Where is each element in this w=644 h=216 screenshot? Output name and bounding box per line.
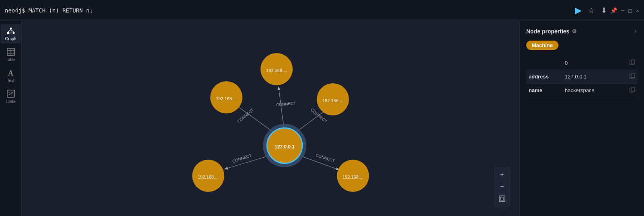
window-controls: 📌 ─ □ ✕ bbox=[610, 7, 639, 14]
svg-rect-42 bbox=[500, 197, 504, 200]
svg-point-2 bbox=[12, 32, 14, 34]
node-center[interactable]: 127.0.0.1 bbox=[265, 125, 305, 166]
sidebar-label-code: Code bbox=[6, 99, 16, 104]
download-button[interactable]: ⬇ bbox=[601, 6, 607, 15]
sidebar-item-code[interactable]: Code bbox=[1, 87, 21, 106]
sidebar-item-table[interactable]: Table bbox=[1, 45, 21, 64]
graph-area[interactable]: CONNECT CONNECT CONNECT CONNECT CONNECT … bbox=[22, 21, 519, 216]
prop-key bbox=[526, 56, 562, 70]
zoom-controls: + − bbox=[494, 167, 510, 206]
node-n1[interactable]: 192.168.... bbox=[210, 81, 242, 113]
zoom-out-button[interactable]: − bbox=[497, 182, 507, 191]
svg-text:CONNECT: CONNECT bbox=[236, 107, 254, 123]
table-row: address 127.0.0.1 bbox=[526, 70, 638, 84]
graph-icon bbox=[6, 27, 15, 35]
sidebar-item-text[interactable]: A Text bbox=[1, 66, 21, 85]
svg-text:CONNECT: CONNECT bbox=[315, 153, 335, 163]
svg-line-3 bbox=[8, 30, 11, 32]
svg-line-19 bbox=[279, 87, 284, 128]
node-type-badge: Machine bbox=[526, 41, 558, 50]
maximize-icon[interactable]: □ bbox=[628, 7, 632, 14]
panel-header: Node properties ⚙ › bbox=[526, 27, 638, 35]
svg-rect-48 bbox=[631, 87, 635, 91]
zoom-in-button[interactable]: + bbox=[497, 170, 507, 179]
sidebar-label-text: Text bbox=[7, 78, 14, 83]
properties-table: 0 address 127.0.0.1 name hackerspace bbox=[526, 56, 638, 97]
svg-text:A: A bbox=[8, 69, 13, 77]
svg-point-1 bbox=[7, 32, 9, 34]
prop-value: 0 bbox=[562, 56, 627, 70]
prop-value: 127.0.0.1 bbox=[562, 70, 627, 84]
prop-value: hackerspace bbox=[562, 84, 627, 97]
graph-svg: CONNECT CONNECT CONNECT CONNECT CONNECT … bbox=[22, 21, 519, 216]
node-n2[interactable]: 192.168.... bbox=[260, 53, 293, 85]
sidebar-label-table: Table bbox=[6, 58, 16, 62]
zoom-fit-button[interactable] bbox=[497, 194, 507, 204]
settings-icon[interactable]: ⚙ bbox=[572, 28, 577, 35]
minimize-icon[interactable]: ─ bbox=[621, 7, 624, 14]
svg-point-0 bbox=[10, 28, 12, 30]
table-row: name hackerspace bbox=[526, 84, 638, 97]
prop-key: name bbox=[526, 84, 562, 97]
table-row: 0 bbox=[526, 56, 638, 70]
right-panel: Node properties ⚙ › Machine 0 address 12… bbox=[519, 21, 644, 216]
sidebar-item-graph[interactable]: Graph bbox=[1, 24, 21, 43]
close-icon[interactable]: ✕ bbox=[636, 7, 639, 14]
svg-text:192.168....: 192.168.... bbox=[198, 175, 219, 179]
star-button[interactable]: ☆ bbox=[588, 6, 595, 15]
sidebar: Graph Table A Text bbox=[0, 21, 22, 216]
pin-icon[interactable]: 📌 bbox=[610, 7, 617, 14]
svg-rect-44 bbox=[631, 60, 635, 64]
svg-rect-6 bbox=[7, 48, 14, 56]
main-area: Graph Table A Text bbox=[0, 21, 644, 216]
play-button[interactable]: ▶ bbox=[575, 5, 582, 16]
panel-title-text: Node properties bbox=[526, 28, 569, 35]
svg-text:192.168....: 192.168.... bbox=[343, 175, 363, 179]
svg-text:CONNECT: CONNECT bbox=[276, 101, 296, 107]
prop-copy-icon[interactable] bbox=[627, 70, 638, 84]
code-icon bbox=[6, 89, 15, 98]
svg-text:192.168....: 192.168.... bbox=[216, 96, 237, 101]
svg-text:192.168....: 192.168.... bbox=[266, 68, 287, 73]
svg-rect-11 bbox=[7, 90, 14, 97]
node-n4[interactable]: 192.168.... bbox=[192, 160, 224, 192]
svg-line-13 bbox=[9, 94, 10, 95]
table-icon bbox=[6, 47, 15, 56]
svg-text:192.168....: 192.168.... bbox=[322, 98, 343, 103]
sidebar-label-graph: Graph bbox=[5, 37, 16, 41]
svg-text:127.0.0.1: 127.0.0.1 bbox=[275, 144, 295, 150]
panel-title: Node properties ⚙ bbox=[526, 28, 577, 35]
panel-close-button[interactable]: › bbox=[634, 27, 638, 35]
prop-key: address bbox=[526, 70, 562, 84]
svg-rect-41 bbox=[499, 196, 505, 202]
query-input[interactable] bbox=[5, 7, 570, 14]
top-bar-icons: ▶ ☆ ⬇ bbox=[575, 5, 607, 16]
prop-copy-icon[interactable] bbox=[627, 56, 638, 70]
node-n3[interactable]: 192.168.... bbox=[317, 83, 349, 115]
node-n5[interactable]: 192.168.... bbox=[337, 160, 369, 192]
svg-rect-46 bbox=[631, 74, 635, 78]
svg-line-4 bbox=[11, 30, 14, 32]
text-icon: A bbox=[6, 68, 15, 77]
prop-copy-icon[interactable] bbox=[627, 84, 638, 97]
top-bar: ▶ ☆ ⬇ 📌 ─ □ ✕ bbox=[0, 0, 644, 21]
